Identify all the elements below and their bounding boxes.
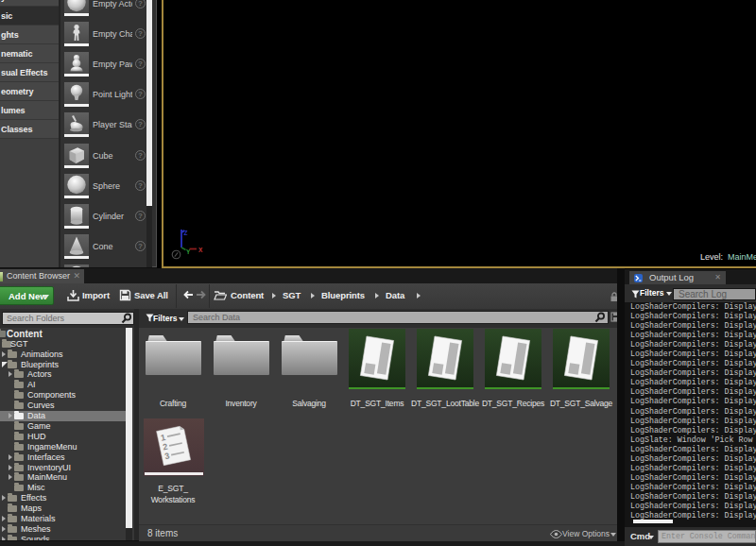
svg-text:X: X bbox=[198, 247, 203, 253]
svg-text:Z: Z bbox=[184, 230, 188, 236]
